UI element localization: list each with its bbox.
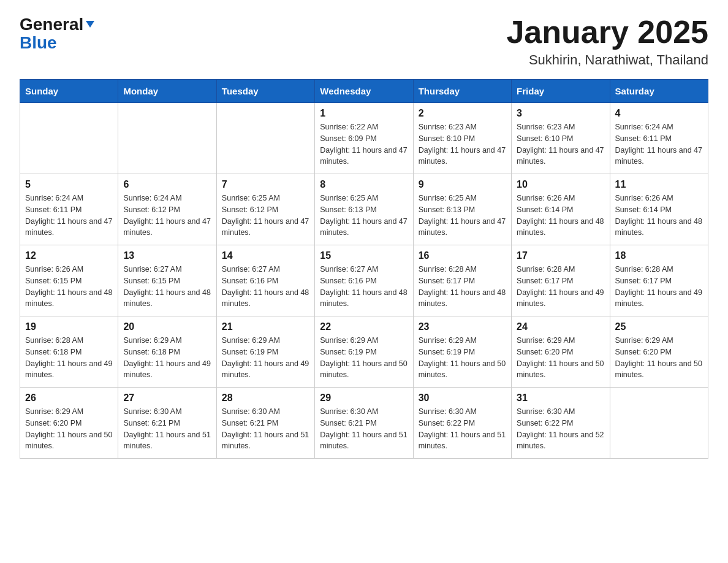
day-info: Sunrise: 6:28 AM Sunset: 6:18 PM Dayligh… xyxy=(25,335,113,381)
day-number: 27 xyxy=(123,393,211,404)
day-number: 26 xyxy=(25,393,113,404)
calendar-day: 14Sunrise: 6:27 AM Sunset: 6:16 PM Dayli… xyxy=(216,245,314,316)
calendar-day: 15Sunrise: 6:27 AM Sunset: 6:16 PM Dayli… xyxy=(315,245,413,316)
day-info: Sunrise: 6:24 AM Sunset: 6:11 PM Dayligh… xyxy=(25,193,113,239)
calendar-day: 4Sunrise: 6:24 AM Sunset: 6:11 PM Daylig… xyxy=(610,103,708,174)
day-number: 17 xyxy=(517,250,604,261)
calendar-day: 24Sunrise: 6:29 AM Sunset: 6:20 PM Dayli… xyxy=(512,316,610,388)
day-info: Sunrise: 6:30 AM Sunset: 6:21 PM Dayligh… xyxy=(222,406,309,452)
day-info: Sunrise: 6:30 AM Sunset: 6:21 PM Dayligh… xyxy=(123,406,211,452)
calendar-day: 3Sunrise: 6:23 AM Sunset: 6:10 PM Daylig… xyxy=(512,103,610,174)
day-number: 30 xyxy=(419,393,506,404)
day-number: 31 xyxy=(517,393,604,404)
calendar-day: 11Sunrise: 6:26 AM Sunset: 6:14 PM Dayli… xyxy=(610,174,708,245)
day-number: 2 xyxy=(419,108,506,119)
calendar-day: 19Sunrise: 6:28 AM Sunset: 6:18 PM Dayli… xyxy=(20,316,118,388)
day-info: Sunrise: 6:22 AM Sunset: 6:09 PM Dayligh… xyxy=(320,121,408,167)
calendar-day: 23Sunrise: 6:29 AM Sunset: 6:19 PM Dayli… xyxy=(413,316,511,388)
calendar-day: 25Sunrise: 6:29 AM Sunset: 6:20 PM Dayli… xyxy=(610,316,708,388)
calendar-day: 12Sunrise: 6:26 AM Sunset: 6:15 PM Dayli… xyxy=(20,245,118,316)
location-title: Sukhirin, Narathiwat, Thailand xyxy=(506,52,708,68)
calendar-week-1: 1Sunrise: 6:22 AM Sunset: 6:09 PM Daylig… xyxy=(20,103,708,174)
day-number: 3 xyxy=(517,108,604,119)
day-number: 13 xyxy=(123,250,211,261)
day-info: Sunrise: 6:25 AM Sunset: 6:12 PM Dayligh… xyxy=(222,193,309,239)
day-number: 16 xyxy=(419,250,506,261)
day-info: Sunrise: 6:30 AM Sunset: 6:21 PM Dayligh… xyxy=(320,406,408,452)
calendar-day xyxy=(118,103,216,174)
calendar-day: 7Sunrise: 6:25 AM Sunset: 6:12 PM Daylig… xyxy=(216,174,314,245)
weekday-header-tuesday: Tuesday xyxy=(216,80,314,103)
calendar-day: 1Sunrise: 6:22 AM Sunset: 6:09 PM Daylig… xyxy=(315,103,413,174)
day-info: Sunrise: 6:23 AM Sunset: 6:10 PM Dayligh… xyxy=(419,121,506,167)
calendar-day: 26Sunrise: 6:29 AM Sunset: 6:20 PM Dayli… xyxy=(20,388,118,459)
calendar-header: SundayMondayTuesdayWednesdayThursdayFrid… xyxy=(20,80,708,103)
calendar-day: 28Sunrise: 6:30 AM Sunset: 6:21 PM Dayli… xyxy=(216,388,314,459)
day-number: 22 xyxy=(320,321,408,332)
day-info: Sunrise: 6:29 AM Sunset: 6:20 PM Dayligh… xyxy=(25,406,113,452)
day-info: Sunrise: 6:29 AM Sunset: 6:18 PM Dayligh… xyxy=(123,335,211,381)
day-number: 12 xyxy=(25,250,113,261)
month-title: January 2025 xyxy=(506,15,708,50)
day-info: Sunrise: 6:28 AM Sunset: 6:17 PM Dayligh… xyxy=(419,264,506,310)
logo-arrow-icon xyxy=(83,17,96,32)
weekday-header-row: SundayMondayTuesdayWednesdayThursdayFrid… xyxy=(20,80,708,103)
day-number: 21 xyxy=(222,321,309,332)
weekday-header-monday: Monday xyxy=(118,80,216,103)
day-number: 8 xyxy=(320,179,408,190)
day-info: Sunrise: 6:27 AM Sunset: 6:16 PM Dayligh… xyxy=(222,264,309,310)
day-info: Sunrise: 6:28 AM Sunset: 6:17 PM Dayligh… xyxy=(615,264,703,310)
day-info: Sunrise: 6:30 AM Sunset: 6:22 PM Dayligh… xyxy=(419,406,506,452)
day-number: 1 xyxy=(320,108,408,119)
day-number: 14 xyxy=(222,250,309,261)
calendar-day: 21Sunrise: 6:29 AM Sunset: 6:19 PM Dayli… xyxy=(216,316,314,388)
calendar-week-5: 26Sunrise: 6:29 AM Sunset: 6:20 PM Dayli… xyxy=(20,388,708,459)
weekday-header-wednesday: Wednesday xyxy=(315,80,413,103)
logo-general-text: General xyxy=(20,15,83,34)
day-number: 15 xyxy=(320,250,408,261)
calendar-day xyxy=(216,103,314,174)
day-number: 6 xyxy=(123,179,211,190)
day-number: 29 xyxy=(320,393,408,404)
day-number: 25 xyxy=(615,321,703,332)
calendar-day: 2Sunrise: 6:23 AM Sunset: 6:10 PM Daylig… xyxy=(413,103,511,174)
calendar-day: 31Sunrise: 6:30 AM Sunset: 6:22 PM Dayli… xyxy=(512,388,610,459)
calendar-day: 9Sunrise: 6:25 AM Sunset: 6:13 PM Daylig… xyxy=(413,174,511,245)
calendar-day: 17Sunrise: 6:28 AM Sunset: 6:17 PM Dayli… xyxy=(512,245,610,316)
calendar-day: 30Sunrise: 6:30 AM Sunset: 6:22 PM Dayli… xyxy=(413,388,511,459)
calendar-day xyxy=(20,103,118,174)
weekday-header-sunday: Sunday xyxy=(20,80,118,103)
day-info: Sunrise: 6:29 AM Sunset: 6:20 PM Dayligh… xyxy=(615,335,703,381)
calendar-week-3: 12Sunrise: 6:26 AM Sunset: 6:15 PM Dayli… xyxy=(20,245,708,316)
calendar-day: 22Sunrise: 6:29 AM Sunset: 6:19 PM Dayli… xyxy=(315,316,413,388)
day-number: 5 xyxy=(25,179,113,190)
calendar-body: 1Sunrise: 6:22 AM Sunset: 6:09 PM Daylig… xyxy=(20,103,708,459)
day-info: Sunrise: 6:25 AM Sunset: 6:13 PM Dayligh… xyxy=(320,193,408,239)
logo: General Blue xyxy=(20,15,96,53)
day-number: 11 xyxy=(615,179,703,190)
day-number: 9 xyxy=(419,179,506,190)
day-info: Sunrise: 6:23 AM Sunset: 6:10 PM Dayligh… xyxy=(517,121,604,167)
day-info: Sunrise: 6:29 AM Sunset: 6:19 PM Dayligh… xyxy=(320,335,408,381)
day-info: Sunrise: 6:24 AM Sunset: 6:12 PM Dayligh… xyxy=(123,193,211,239)
calendar-day: 13Sunrise: 6:27 AM Sunset: 6:15 PM Dayli… xyxy=(118,245,216,316)
svg-marker-0 xyxy=(86,21,94,28)
day-number: 10 xyxy=(517,179,604,190)
day-info: Sunrise: 6:26 AM Sunset: 6:15 PM Dayligh… xyxy=(25,264,113,310)
day-number: 4 xyxy=(615,108,703,119)
calendar-day xyxy=(610,388,708,459)
weekday-header-saturday: Saturday xyxy=(610,80,708,103)
calendar-day: 8Sunrise: 6:25 AM Sunset: 6:13 PM Daylig… xyxy=(315,174,413,245)
calendar-day: 5Sunrise: 6:24 AM Sunset: 6:11 PM Daylig… xyxy=(20,174,118,245)
calendar-day: 27Sunrise: 6:30 AM Sunset: 6:21 PM Dayli… xyxy=(118,388,216,459)
day-number: 28 xyxy=(222,393,309,404)
day-info: Sunrise: 6:25 AM Sunset: 6:13 PM Dayligh… xyxy=(419,193,506,239)
calendar-table: SundayMondayTuesdayWednesdayThursdayFrid… xyxy=(20,79,708,459)
weekday-header-thursday: Thursday xyxy=(413,80,511,103)
day-info: Sunrise: 6:29 AM Sunset: 6:19 PM Dayligh… xyxy=(222,335,309,381)
day-number: 24 xyxy=(517,321,604,332)
calendar-day: 29Sunrise: 6:30 AM Sunset: 6:21 PM Dayli… xyxy=(315,388,413,459)
day-info: Sunrise: 6:27 AM Sunset: 6:16 PM Dayligh… xyxy=(320,264,408,310)
day-number: 7 xyxy=(222,179,309,190)
day-number: 20 xyxy=(123,321,211,332)
